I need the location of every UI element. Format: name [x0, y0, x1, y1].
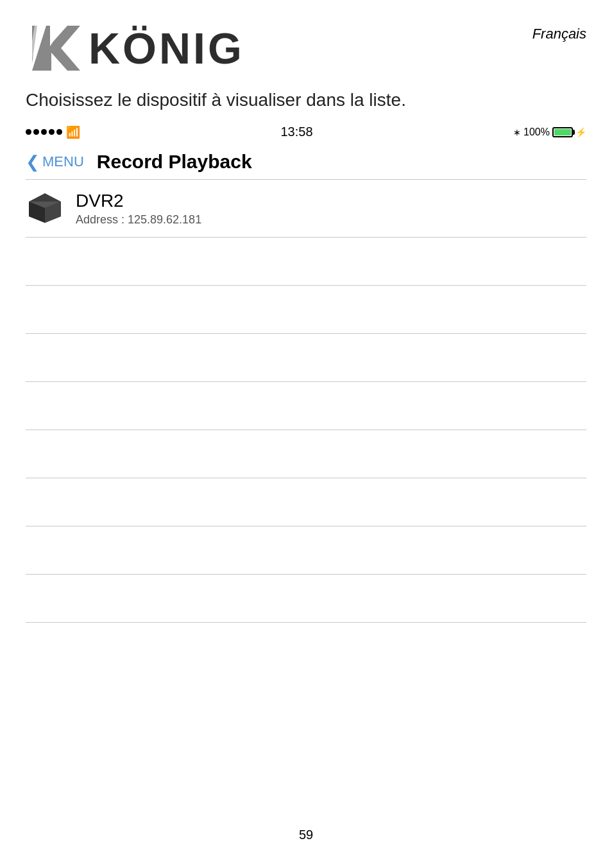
signal-dot-1 [26, 129, 31, 135]
device-name: DVR2 [76, 190, 586, 212]
language-label: Français [532, 26, 586, 42]
page-container: KÖNIG Français Choisissez le dispositif … [0, 0, 612, 868]
chevron-left-icon: ❮ [26, 152, 40, 172]
device-item-dvr2[interactable]: DVR2 Address : 125.89.62.181 [26, 180, 586, 238]
device-list: DVR2 Address : 125.89.62.181 [26, 180, 586, 815]
dvr-device-icon [26, 192, 64, 224]
brand-name: KÖNIG [89, 23, 244, 73]
status-right: ∗ 100% ⚡ [513, 126, 586, 138]
status-left: 📶 [26, 125, 80, 139]
back-button[interactable]: ❮ MENU [26, 152, 84, 172]
nav-bar: ❮ MENU Record Playback [26, 142, 586, 180]
page-title: Record Playback [97, 151, 252, 173]
signal-dots [26, 129, 62, 135]
subtitle-text: Choisissez le dispositif à visualiser da… [26, 90, 586, 110]
lightning-icon: ⚡ [575, 127, 586, 137]
page-number: 59 [26, 815, 586, 849]
konig-logo-icon [26, 19, 83, 77]
signal-dot-5 [56, 129, 62, 135]
empty-row-7 [26, 526, 586, 575]
empty-row-5 [26, 430, 586, 478]
battery-outer [552, 127, 573, 137]
empty-row-4 [26, 382, 586, 430]
logo-container: KÖNIG [26, 19, 244, 77]
empty-row-1 [26, 238, 586, 286]
signal-dot-3 [41, 129, 47, 135]
device-info: DVR2 Address : 125.89.62.181 [76, 190, 586, 227]
empty-row-6 [26, 478, 586, 526]
status-bar: 📶 13:58 ∗ 100% ⚡ [26, 122, 586, 142]
device-address: Address : 125.89.62.181 [76, 213, 586, 227]
empty-row-2 [26, 286, 586, 334]
battery-fill [554, 129, 571, 135]
back-label: MENU [42, 153, 84, 170]
wifi-icon: 📶 [66, 125, 80, 139]
battery-container [552, 127, 573, 137]
signal-dot-2 [33, 129, 39, 135]
empty-row-3 [26, 334, 586, 382]
signal-dot-4 [49, 129, 55, 135]
empty-row-8 [26, 575, 586, 623]
bluetooth-icon: ∗ [513, 127, 521, 137]
header: KÖNIG Français [26, 19, 586, 77]
status-time: 13:58 [281, 125, 313, 139]
battery-percent: 100% [523, 126, 550, 138]
